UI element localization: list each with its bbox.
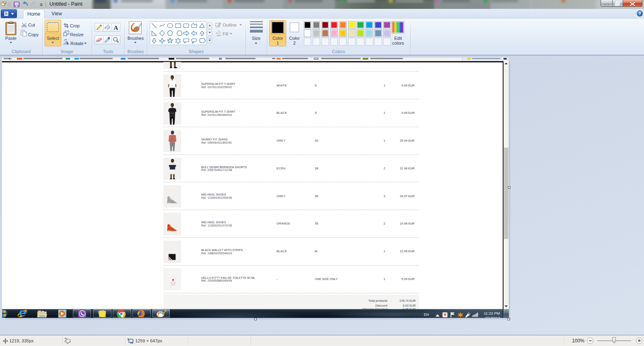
svg-text:A: A [114, 25, 118, 31]
